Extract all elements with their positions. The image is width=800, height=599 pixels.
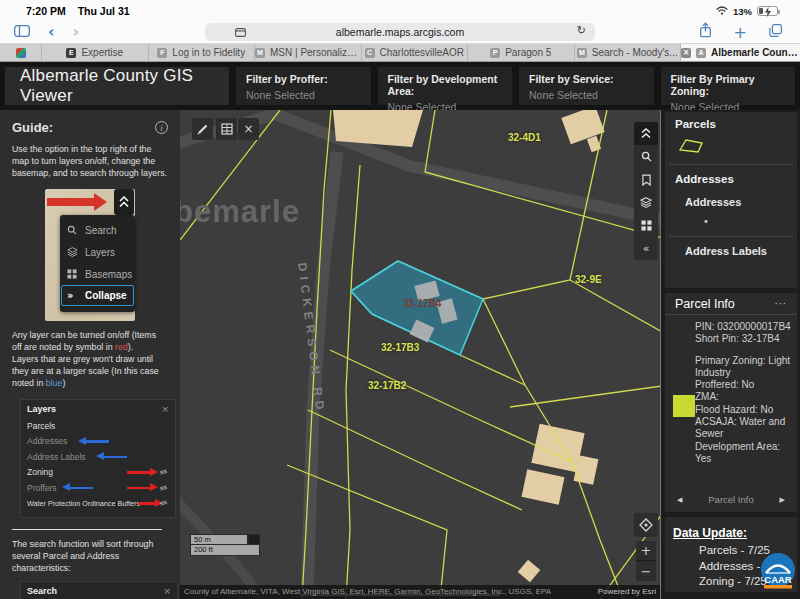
collapse-icon: » — [67, 290, 79, 301]
sidebar-toggle-icon[interactable] — [14, 23, 30, 41]
zoom-in-button[interactable]: + — [636, 541, 656, 561]
blue-arrow — [85, 440, 109, 443]
measure-tool-button[interactable] — [192, 118, 213, 140]
basemaps-tool-button[interactable] — [634, 214, 658, 237]
tab-albemarle-county-active[interactable]: ×AAlbemarle County... — [681, 44, 800, 61]
tab-favicon-icon: F — [157, 48, 167, 58]
tab-label: Albemarle County... — [711, 47, 800, 58]
pager-label: Parcel Info — [708, 494, 753, 505]
map-attribution: County of Albemarle, VITA, West Virginia… — [180, 585, 660, 599]
layer-row-address-labels: Address Labels — [27, 449, 169, 465]
scale-feet: 200 ft — [190, 545, 260, 556]
filter-value: None Selected — [246, 89, 361, 101]
filter-primary-zoning[interactable]: Filter By Primary Zoning: None Selected — [661, 67, 796, 105]
layers-tool-button[interactable] — [634, 191, 658, 214]
tab-moodys[interactable]: MSearch - Moody's... — [575, 44, 682, 61]
parcel-attribute: Development Area: Yes — [695, 441, 795, 466]
blue-word: blue — [46, 378, 63, 388]
collapse-chevron-button — [114, 189, 134, 215]
tab-paragon[interactable]: PParagon 5 — [468, 44, 575, 61]
blue-arrow — [103, 456, 127, 459]
tab-expertise[interactable]: EExpertise — [42, 44, 149, 61]
tab-favicon-icon: M — [577, 48, 587, 58]
tab-label: Expertise — [81, 47, 123, 58]
back-icon[interactable]: ‹ — [48, 22, 55, 42]
visibility-off-icon — [159, 484, 168, 492]
parcel-label: 32-4D1 — [508, 132, 541, 143]
pager-prev-icon[interactable]: ◀ — [677, 496, 682, 504]
table-tool-button[interactable] — [216, 118, 237, 140]
app-title: Albemarle County GIS Viewer — [5, 67, 229, 105]
zoning-color-swatch — [673, 395, 695, 417]
options-menu-icon[interactable]: ··· — [774, 298, 787, 309]
status-bar: 7:20 PM Thu Jul 31 13% — [0, 0, 800, 20]
red-arrow — [127, 471, 151, 474]
zoom-out-button[interactable]: − — [636, 561, 656, 581]
basemaps-icon — [67, 269, 79, 279]
clock: 7:20 PM — [26, 5, 66, 17]
layer-row-parcels: Parcels — [27, 418, 169, 434]
expand-toolbar-button[interactable] — [634, 122, 658, 145]
search-tool-button[interactable] — [634, 145, 658, 168]
locate-button[interactable] — [634, 513, 658, 537]
page-settings-icon[interactable] — [235, 27, 246, 39]
filter-service[interactable]: Filter by Service: None Selected — [519, 67, 654, 105]
layer-row-wpo-buffers: Water Protection Ordinance Buffers — [27, 496, 169, 512]
divider — [669, 236, 793, 237]
filter-label: Filter by Service: — [529, 73, 644, 85]
wifi-icon — [716, 6, 728, 17]
new-tab-icon[interactable]: + — [734, 23, 747, 42]
data-update-title: Data Update: — [673, 526, 747, 540]
menu-item-search: Search — [60, 219, 135, 241]
guide-title: Guide: — [12, 120, 53, 135]
map-tools-menu: Search Layers Basemaps »Collapse — [60, 215, 135, 312]
filter-label: Filter by Proffer: — [246, 73, 361, 85]
app-header: Albemarle County GIS Viewer Filter by Pr… — [0, 62, 800, 110]
parcel-pin: PIN: 03200000017B4 — [695, 321, 795, 333]
tab-favicon-icon — [16, 48, 26, 58]
menu-label: Basemaps — [85, 269, 132, 280]
red-arrow — [47, 198, 95, 206]
tab-overview-icon[interactable] — [769, 23, 782, 41]
close-tool-button[interactable]: × — [238, 118, 259, 140]
tab-favicon-icon: M — [255, 48, 265, 58]
tab-favicon-only[interactable] — [0, 44, 42, 61]
address-bar[interactable]: albemarle.maps.arcgis.com ↻ — [205, 23, 595, 41]
parcel-info-panel: Parcel Info ··· PIN: 03200000017B4 Short… — [665, 293, 797, 512]
info-icon[interactable]: i — [155, 121, 168, 134]
parcel-attribute: ACSAJA: Water and Sewer — [695, 416, 795, 441]
tab-msn[interactable]: MMSN | Personalized... — [255, 44, 362, 61]
menu-label: Layers — [85, 247, 115, 258]
layer-row-addresses: Addresses — [27, 434, 169, 450]
map-canvas[interactable]: bemarle DICKERSON RD 32-4D1 32-9E 32-17B… — [180, 110, 660, 599]
guide-paragraph-2: Any layer can be turned on/off (Items of… — [12, 329, 168, 389]
address-dot-icon: • — [703, 217, 787, 227]
collapse-toolbar-button[interactable]: « — [634, 237, 658, 260]
close-icon: × — [161, 404, 169, 418]
filter-development-area[interactable]: Filter by Development Area: None Selecte… — [378, 67, 513, 105]
bookmarks-tool-button[interactable] — [634, 168, 658, 191]
scale-segment — [248, 534, 260, 545]
tab-favicon-icon: A — [696, 48, 706, 58]
tab-fidelity[interactable]: FLog in to Fidelity — [149, 44, 256, 61]
parcel-info-title: Parcel Info — [675, 297, 735, 311]
filter-proffer[interactable]: Filter by Proffer: None Selected — [236, 67, 371, 105]
legend-address-labels: Address Labels — [685, 245, 787, 257]
legend-panel: Parcels Addresses Addresses • Address La… — [665, 112, 797, 288]
share-icon[interactable] — [699, 22, 712, 42]
search-icon — [67, 225, 79, 235]
red-arrow — [127, 487, 151, 490]
layers-icon — [67, 247, 79, 257]
close-tab-icon[interactable]: × — [681, 48, 691, 58]
reload-icon[interactable]: ↻ — [577, 24, 586, 37]
tab-charlottesville-aor[interactable]: CCharlottesvilleAOR — [362, 44, 469, 61]
parcel-label-selected: 32-17B4 — [403, 298, 441, 309]
parcel-short-pin: Short Pin: 32-17B4 — [695, 333, 795, 345]
attribution-text: County of Albemarle, VITA, West Virginia… — [184, 585, 551, 599]
pager-next-icon[interactable]: ▶ — [780, 496, 785, 504]
caar-logo: CAAR — [759, 552, 797, 594]
tab-bar: EExpertise FLog in to Fidelity MMSN | Pe… — [0, 44, 800, 62]
divider — [12, 529, 162, 530]
parcel-info-body: PIN: 03200000017B4 Short Pin: 32-17B4 Pr… — [665, 315, 797, 465]
visibility-off-icon — [159, 499, 168, 507]
